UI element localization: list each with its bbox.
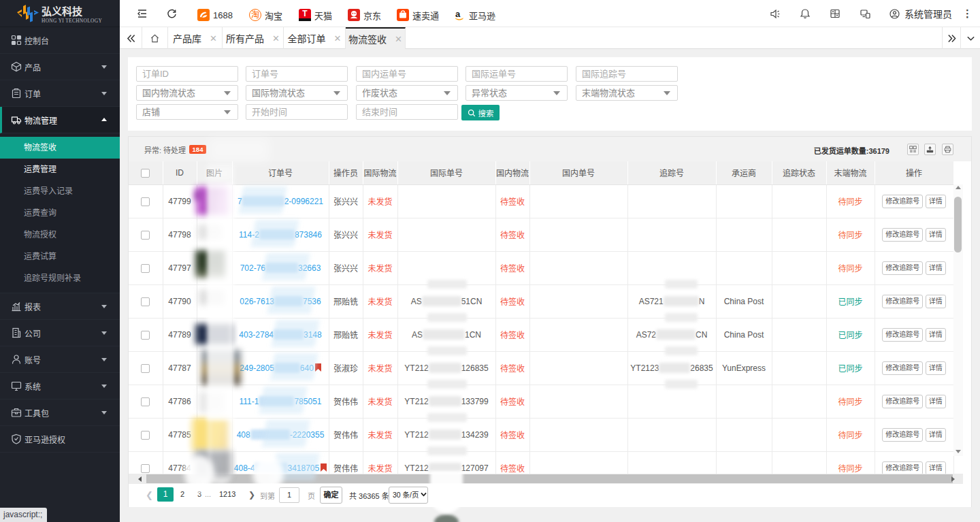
svg-text:弘义科技: 弘义科技	[42, 5, 83, 17]
svg-text:a: a	[455, 9, 461, 19]
svg-text:HONG YI TECHNOLOGY: HONG YI TECHNOLOGY	[42, 18, 102, 24]
